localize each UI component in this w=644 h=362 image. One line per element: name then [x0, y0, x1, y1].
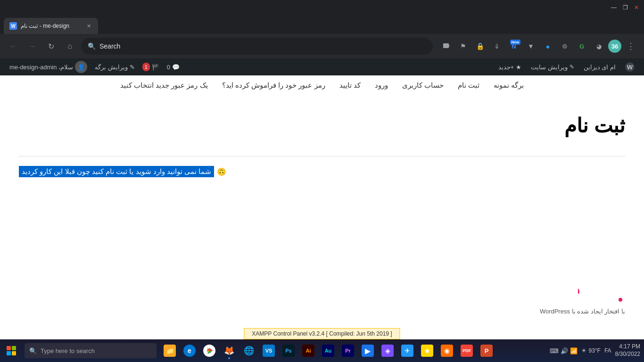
orange-app-icon: ◉ [441, 345, 453, 357]
taskbar-app-chrome[interactable] [200, 341, 219, 360]
wp-user-greeting[interactable]: 👤 سلام، me-design-admin [6, 58, 91, 75]
extensions-btn[interactable] [438, 39, 454, 54]
page-title-section: ثبت نام [19, 105, 625, 147]
close-btn[interactable]: ✕ [633, 4, 640, 11]
taskbar-search[interactable]: 🔍 Type here to search [25, 343, 157, 358]
edge-icon: e [183, 345, 196, 357]
active-tab[interactable]: W ثبت نام - me-design ✕ [4, 18, 98, 34]
bookmark-btn[interactable]: ⚑ [455, 39, 471, 54]
extension5-btn[interactable]: G [574, 39, 589, 54]
back-btn[interactable]: ← [6, 39, 21, 54]
download-btn[interactable]: ⇓ [489, 39, 504, 54]
tab-close-btn[interactable]: ✕ [85, 22, 92, 30]
premiere-icon: Pr [342, 345, 354, 357]
taskbar-app-pr[interactable]: Pr [339, 341, 357, 360]
shield-btn[interactable]: 🔒 [472, 39, 487, 54]
illustrator-icon: Ai [302, 345, 314, 357]
system-tray: ⌨ 🔊 📶 ☀ 93°F FA 4:17 PM 8/30/2022 [546, 343, 644, 358]
reload-btn[interactable]: ↻ [43, 39, 58, 54]
nav-item-6[interactable]: یک رمز عبور جدید انتخاب کنید [120, 81, 208, 90]
menu-btn[interactable]: ⋮ [623, 39, 638, 54]
browser-chrome: — ❐ ✕ W ثبت نام - me-design ✕ ← → ↻ ⌂ 🔍 … [0, 0, 644, 58]
vscode-icon: VS [263, 345, 275, 357]
wp-comment-icon: 💬 [172, 64, 180, 71]
wp-star-icon: ★ [516, 64, 521, 71]
title-bar: — ❐ ✕ [0, 0, 644, 15]
wp-avatar: 👤 [75, 61, 87, 73]
system-clock[interactable]: 4:17 PM 8/30/2022 [615, 343, 640, 358]
taskbar-app-edge[interactable]: e [180, 341, 199, 360]
tab-title: ثبت نام - me-design [21, 23, 81, 29]
taskbar-app-ppt[interactable]: P [477, 341, 496, 360]
main-content: ثبت نام 🙃 شما نمی توانید وارد شوید یا ثب… [0, 95, 644, 196]
home-btn[interactable]: ⌂ [62, 39, 77, 54]
wp-notif-badge: 1 [142, 63, 150, 71]
extension3-btn[interactable]: ● [540, 39, 555, 54]
wp-logo-icon: W [625, 62, 635, 72]
taskbar-app-purple[interactable]: ◈ [378, 341, 397, 360]
maximize-btn[interactable]: ❐ [621, 4, 629, 11]
file-explorer-icon: 📁 [164, 345, 176, 357]
nav-item-5[interactable]: رمز عبور خود را فراموش کرده اید؟ [222, 81, 325, 90]
wp-site-name[interactable]: ام ای دیزاین [580, 58, 619, 75]
temperature-display: ☀ 93°F [581, 347, 600, 354]
start-button[interactable] [0, 339, 23, 362]
nav-item-0[interactable]: برگه نمونه [494, 81, 524, 90]
tray-icons: ⌨ 🔊 📶 [550, 347, 578, 354]
telegram-icon: ✈ [401, 345, 413, 357]
wp-new-item[interactable]: ★ +جدید [495, 58, 526, 75]
weather-icon: ☀ [581, 347, 586, 354]
extension4-btn[interactable]: ⚙ [557, 39, 572, 54]
extension2-btn[interactable]: ▼ [523, 39, 538, 54]
page-main-title: ثبت نام [19, 114, 625, 137]
audition-icon: Au [322, 345, 334, 357]
nav-item-3[interactable]: ورود [375, 81, 388, 90]
taskbar-app-ai[interactable]: Ai [299, 341, 318, 360]
windows-icon [7, 346, 16, 355]
taskbar-app-media[interactable]: ▶ [358, 341, 377, 360]
tray-icon-1: ⌨ [550, 347, 559, 354]
wp-edit-icon: ✎ [130, 64, 135, 71]
taskbar-app-vs[interactable]: VS [259, 341, 278, 360]
error-message-block: 🙃 شما نمی توانید وارد شوید یا ثبت نام کن… [19, 166, 625, 177]
wp-comments[interactable]: 💬 0 [163, 58, 183, 75]
extension1-btn[interactable]: N New [506, 39, 521, 54]
address-bar[interactable]: 🔍 Search [81, 38, 433, 55]
yellow-app-icon: ★ [421, 345, 433, 357]
purple-app-icon: ◈ [381, 345, 394, 357]
taskbar-app-telegram[interactable]: ✈ [398, 341, 417, 360]
taskbar-app-fileexplorer[interactable]: 📁 [160, 341, 179, 360]
site-nav: برگه نمونه ثبت نام حساب کاربری ورود کد ت… [0, 75, 644, 95]
media-player-icon: ▶ [362, 345, 374, 357]
address-text: Search [99, 42, 426, 50]
nav-icons: ⚑ 🔒 ⇓ N New ▼ ● ⚙ G ◕ 36 ⋮ [438, 39, 638, 54]
taskbar-app-yellow[interactable]: ★ [418, 341, 437, 360]
firefox-icon: 🦊 [223, 345, 235, 357]
wp-logo-item[interactable]: W [621, 58, 638, 75]
wp-visit-site[interactable]: ✎ ویرایش سایت [527, 58, 578, 75]
nav-item-2[interactable]: حساب کاربری [402, 81, 444, 90]
tray-icon-3: 📶 [570, 347, 578, 354]
taskbar-app-pdf[interactable]: PDF [457, 341, 476, 360]
forward-btn[interactable]: → [25, 39, 40, 54]
nav-item-4[interactable]: کد تایید [339, 81, 361, 90]
profile-btn[interactable]: 36 [608, 40, 621, 53]
pdf-icon: PDF [461, 345, 473, 357]
wp-notifications[interactable]: 🏴 1 [139, 58, 163, 75]
taskbar-app-au[interactable]: Au [319, 341, 338, 360]
chrome-icon [203, 345, 215, 357]
taskbar-app-ps[interactable]: Ps [279, 341, 298, 360]
extension6-btn[interactable]: ◕ [591, 39, 606, 54]
wp-admin-bar: W ام ای دیزاین ✎ ویرایش سایت ★ +جدید 💬 0… [0, 58, 644, 75]
minimize-btn[interactable]: — [610, 4, 618, 11]
taskbar-app-orange[interactable]: ◉ [438, 341, 456, 360]
nav-item-1[interactable]: ثبت نام [458, 81, 479, 90]
wp-edit-page[interactable]: ✎ ویرایش برگه ویرایش برگه [91, 58, 139, 75]
language-indicator[interactable]: FA [604, 347, 611, 354]
taskbar-app-another-chrome[interactable]: 🌐 [239, 341, 258, 360]
new-badge: New [510, 40, 520, 45]
tray-icon-2: 🔊 [561, 347, 568, 354]
error-message-text[interactable]: شما نمی توانید وارد شوید یا ثبت نام کنید… [19, 166, 214, 177]
taskbar-apps: 📁 e 🦊 🌐 VS Ps Ai Au Pr [158, 341, 546, 360]
taskbar-app-firefox[interactable]: 🦊 [220, 341, 239, 360]
